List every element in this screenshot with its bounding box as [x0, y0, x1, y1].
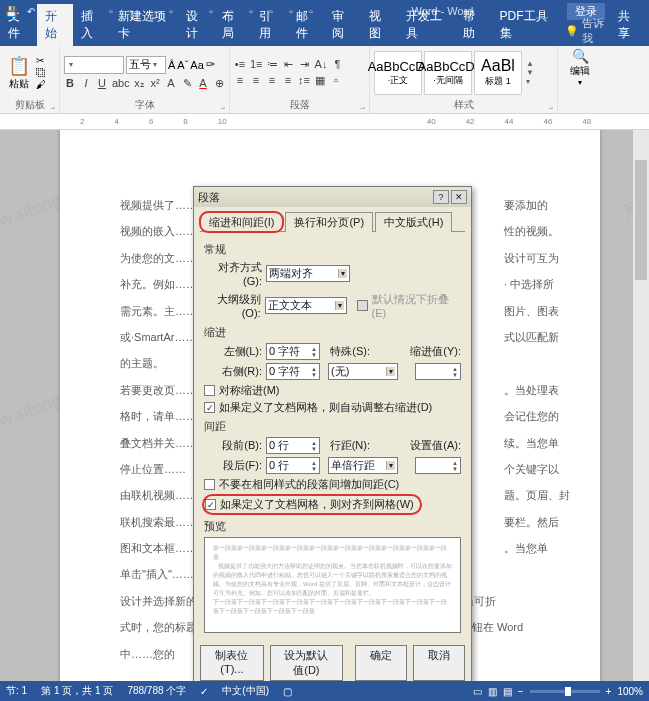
auto-adjust-checkbox[interactable]: ✓	[204, 402, 215, 413]
undo-icon[interactable]: ↶	[24, 4, 38, 18]
status-macro-icon[interactable]: ▢	[283, 686, 292, 697]
zoom-level[interactable]: 100%	[617, 686, 643, 697]
left-indent-spinner[interactable]: 0 字符▲▼	[266, 343, 320, 360]
decrease-indent-icon[interactable]: ⇤	[283, 58, 295, 71]
qat-icon[interactable]: ▫	[184, 4, 198, 18]
align-left-icon[interactable]: ≡	[234, 74, 246, 87]
zoom-in-icon[interactable]: +	[606, 686, 612, 697]
phonetic-icon[interactable]: ⊕	[213, 77, 225, 90]
format-painter-icon[interactable]: 🖌	[36, 79, 46, 90]
zoom-slider[interactable]	[530, 690, 600, 693]
view-read-icon[interactable]: ▭	[473, 686, 482, 697]
ok-button[interactable]: 确定	[355, 645, 407, 681]
snap-to-grid-checkbox[interactable]: ✓	[205, 499, 216, 510]
justify-icon[interactable]: ≡	[282, 74, 294, 87]
style-item[interactable]: AaBl标题 1	[474, 51, 522, 95]
font-size-combo[interactable]: 五号▾	[126, 56, 166, 74]
subscript-icon[interactable]: x₂	[133, 77, 145, 90]
font-name-combo[interactable]: ▾	[64, 56, 124, 74]
vertical-scrollbar[interactable]	[633, 130, 649, 681]
outline-combo[interactable]: 正文文本▾	[265, 297, 347, 314]
clear-format-icon[interactable]: ✑	[206, 58, 215, 71]
at-spinner[interactable]: ▲▼	[415, 457, 461, 474]
borders-icon[interactable]: ▫	[330, 74, 342, 87]
qat-icon[interactable]: ▫	[84, 4, 98, 18]
share-button[interactable]: 共享	[608, 4, 649, 46]
no-space-same-style-checkbox[interactable]	[204, 479, 215, 490]
text-effects-icon[interactable]: A	[165, 77, 177, 90]
qat-icon[interactable]: ▫	[264, 4, 278, 18]
superscript-icon[interactable]: x²	[149, 77, 161, 90]
view-print-icon[interactable]: ▥	[488, 686, 497, 697]
line-spacing-combo[interactable]: 单倍行距▾	[328, 457, 398, 474]
underline-icon[interactable]: U	[96, 77, 108, 90]
qat-icon[interactable]: ▫	[124, 4, 138, 18]
qat-icon[interactable]: ▫	[224, 4, 238, 18]
qat-icon[interactable]: ▫	[304, 4, 318, 18]
set-default-button[interactable]: 设为默认值(D)	[270, 645, 343, 681]
increase-indent-icon[interactable]: ⇥	[299, 58, 311, 71]
tab-developer[interactable]: 开发工具	[398, 4, 455, 46]
multilevel-icon[interactable]: ≔	[267, 58, 279, 71]
highlight-icon[interactable]: ✎	[181, 77, 193, 90]
sort-icon[interactable]: A↓	[315, 58, 328, 71]
after-spinner[interactable]: 0 行▲▼	[266, 457, 320, 474]
numbering-icon[interactable]: 1≡	[250, 58, 263, 71]
shading-icon[interactable]: ▦	[314, 74, 326, 87]
alignment-combo[interactable]: 两端对齐▾	[266, 265, 350, 282]
cancel-button[interactable]: 取消	[413, 645, 465, 681]
copy-icon[interactable]: ⿻	[36, 67, 46, 78]
status-spellcheck-icon[interactable]: ✓	[200, 686, 208, 697]
qat-icon[interactable]: ▫	[204, 4, 218, 18]
shrink-font-icon[interactable]: Aˇ	[177, 59, 188, 71]
status-page[interactable]: 第 1 页，共 1 页	[41, 684, 113, 698]
tab-indent-spacing[interactable]: 缩进和间距(I)	[200, 212, 283, 232]
bold-icon[interactable]: B	[64, 77, 76, 90]
qat-icon[interactable]: ▫	[244, 4, 258, 18]
styles-more-icon[interactable]: ▾	[526, 77, 534, 86]
align-right-icon[interactable]: ≡	[266, 74, 278, 87]
status-section[interactable]: 节: 1	[6, 684, 27, 698]
tab-pdf[interactable]: PDF工具集	[492, 4, 560, 46]
mirror-indent-checkbox[interactable]	[204, 385, 215, 396]
status-words[interactable]: 788/788 个字	[127, 684, 186, 698]
horizontal-ruler[interactable]: 246810 4042444648	[0, 114, 649, 130]
tab-help[interactable]: 帮助	[455, 4, 492, 46]
style-item[interactable]: AaBbCcDı·正文	[374, 51, 422, 95]
bullets-icon[interactable]: •≡	[234, 58, 246, 71]
grow-font-icon[interactable]: Â	[168, 59, 175, 71]
redo-icon[interactable]: ↷	[44, 4, 58, 18]
qat-icon[interactable]: ▫	[144, 4, 158, 18]
paste-button[interactable]: 📋 粘贴	[4, 55, 34, 91]
right-indent-spinner[interactable]: 0 字符▲▼	[266, 363, 320, 380]
find-button[interactable]: 🔍 编辑 ▾	[562, 48, 598, 87]
show-marks-icon[interactable]: ¶	[331, 58, 343, 71]
qat-icon[interactable]: ▫	[64, 4, 78, 18]
qat-icon[interactable]: ▫	[284, 4, 298, 18]
zoom-out-icon[interactable]: −	[518, 686, 524, 697]
by-spinner[interactable]: ▲▼	[415, 363, 461, 380]
line-spacing-icon[interactable]: ↕≡	[298, 74, 310, 87]
status-language[interactable]: 中文(中国)	[222, 684, 269, 698]
align-center-icon[interactable]: ≡	[250, 74, 262, 87]
scrollbar-thumb[interactable]	[635, 160, 647, 280]
change-case-icon[interactable]: Aa	[190, 59, 203, 71]
dialog-titlebar[interactable]: 段落 ? ✕	[194, 187, 471, 207]
tell-me[interactable]: 💡告诉我	[565, 16, 608, 46]
styles-up-icon[interactable]: ▲	[526, 59, 534, 68]
save-icon[interactable]: 💾	[4, 4, 18, 18]
tabs-button[interactable]: 制表位(T)...	[200, 645, 264, 681]
tab-line-page-breaks[interactable]: 换行和分页(P)	[285, 212, 373, 232]
styles-down-icon[interactable]: ▼	[526, 68, 534, 77]
tab-view[interactable]: 视图	[361, 4, 398, 46]
help-button[interactable]: ?	[433, 190, 449, 204]
style-item[interactable]: AaBbCcDı·无间隔	[424, 51, 472, 95]
qat-icon[interactable]: ▫	[164, 4, 178, 18]
cut-icon[interactable]: ✂	[36, 55, 46, 66]
italic-icon[interactable]: I	[80, 77, 92, 90]
strike-icon[interactable]: abc	[112, 77, 129, 90]
special-combo[interactable]: (无)▾	[328, 363, 398, 380]
tab-asian-typography[interactable]: 中文版式(H)	[375, 212, 452, 232]
view-web-icon[interactable]: ▤	[503, 686, 512, 697]
before-spinner[interactable]: 0 行▲▼	[266, 437, 320, 454]
